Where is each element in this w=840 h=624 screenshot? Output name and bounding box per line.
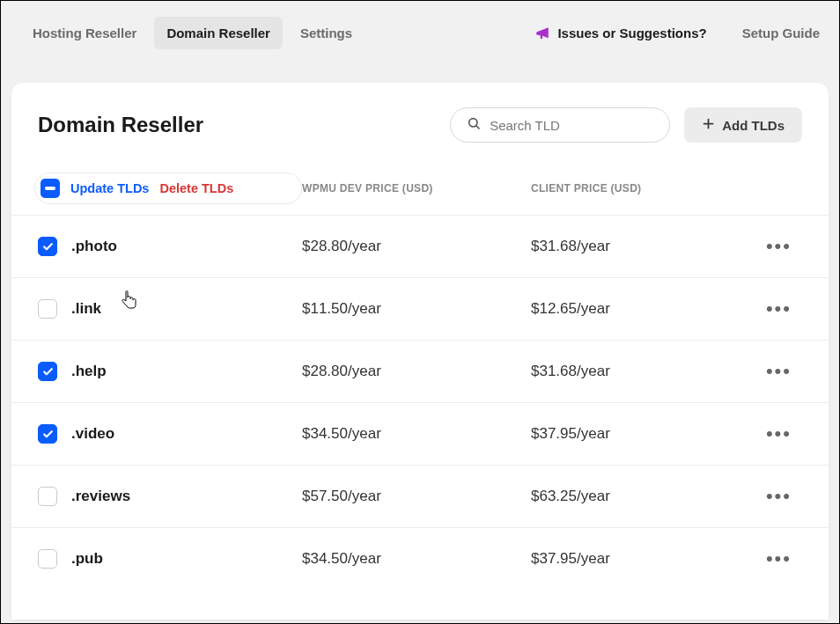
bulk-actions-pill: Update TLDs Delete TLDs (34, 173, 302, 204)
client-price: $37.95/year (531, 425, 760, 443)
issues-suggestions-label: Issues or Suggestions? (557, 26, 706, 40)
search-input[interactable] (490, 118, 653, 133)
tab-settings[interactable]: Settings (288, 17, 365, 49)
setup-guide-link[interactable]: Setup Guide (742, 26, 820, 40)
table-row: .pub$34.50/year$37.95/year••• (11, 528, 829, 590)
table-row: .link$11.50/year$12.65/year••• (11, 278, 829, 341)
dev-price: $28.80/year (302, 238, 531, 255)
tab-domain-reseller[interactable]: Domain Reseller (154, 17, 283, 49)
client-price: $63.25/year (531, 488, 760, 505)
client-price: $37.95/year (531, 550, 760, 568)
ellipsis-icon: ••• (766, 422, 792, 444)
tab-hosting-reseller[interactable]: Hosting Reseller (20, 17, 149, 49)
plus-icon (702, 117, 715, 133)
row-checkbox[interactable] (38, 299, 57, 319)
table-row: .help$28.80/year$31.68/year••• (11, 341, 829, 403)
row-checkbox[interactable] (38, 237, 57, 256)
dev-price: $11.50/year (302, 300, 531, 318)
client-price: $31.68/year (531, 238, 760, 255)
ellipsis-icon: ••• (766, 235, 792, 257)
row-menu-button[interactable]: ••• (760, 237, 792, 256)
row-menu-button[interactable]: ••• (760, 362, 792, 381)
tld-name: .help (71, 363, 302, 380)
update-tlds-button[interactable]: Update TLDs (70, 181, 149, 195)
row-menu-button[interactable]: ••• (760, 424, 792, 444)
add-tlds-button[interactable]: Add TLDs (684, 107, 802, 143)
row-checkbox[interactable] (38, 487, 57, 506)
table-row: .reviews$57.50/year$63.25/year••• (11, 466, 829, 528)
table-row: .video$34.50/year$37.95/year••• (11, 403, 829, 466)
search-field[interactable] (450, 107, 670, 143)
ellipsis-icon: ••• (766, 297, 792, 319)
row-menu-button[interactable]: ••• (760, 299, 792, 319)
megaphone-icon (534, 26, 550, 41)
tld-name: .link (71, 300, 302, 318)
search-icon (467, 116, 481, 134)
column-header-client-price: CLIENT PRICE (USD) (531, 182, 760, 195)
main-card: Domain Reseller Add TLDs (11, 83, 829, 620)
row-menu-button[interactable]: ••• (760, 487, 792, 506)
row-checkbox[interactable] (38, 362, 57, 381)
dev-price: $34.50/year (302, 425, 531, 443)
dev-price: $57.50/year (302, 488, 531, 505)
nav-tabs: Hosting Reseller Domain Reseller Setting… (20, 17, 365, 49)
column-header-dev-price: WPMU DEV PRICE (USD) (302, 182, 531, 195)
tld-name: .reviews (71, 488, 302, 505)
table-header: Update TLDs Delete TLDs WPMU DEV PRICE (… (11, 162, 829, 216)
issues-suggestions-link[interactable]: Issues or Suggestions? (534, 26, 706, 41)
dev-price: $28.80/year (302, 363, 531, 380)
add-tlds-label: Add TLDs (722, 118, 785, 133)
select-all-checkbox[interactable] (41, 179, 60, 198)
dev-price: $34.50/year (302, 550, 531, 568)
ellipsis-icon: ••• (766, 360, 792, 382)
row-menu-button[interactable]: ••• (760, 549, 792, 569)
ellipsis-icon: ••• (766, 547, 792, 569)
ellipsis-icon: ••• (766, 485, 792, 507)
page-title: Domain Reseller (38, 113, 436, 137)
svg-line-1 (476, 126, 479, 128)
tld-name: .photo (71, 238, 302, 255)
row-checkbox[interactable] (38, 549, 57, 569)
table-body: .photo$28.80/year$31.68/year•••.link$11.… (11, 216, 829, 590)
table-row: .photo$28.80/year$31.68/year••• (11, 216, 829, 278)
tld-name: .video (71, 425, 302, 443)
top-bar: Hosting Reseller Domain Reseller Setting… (1, 1, 839, 65)
client-price: $31.68/year (531, 363, 760, 380)
row-checkbox[interactable] (38, 424, 57, 444)
client-price: $12.65/year (531, 300, 760, 318)
card-header: Domain Reseller Add TLDs (11, 83, 829, 162)
delete-tlds-button[interactable]: Delete TLDs (159, 181, 233, 195)
tld-name: .pub (71, 550, 302, 568)
indeterminate-icon (45, 187, 55, 190)
